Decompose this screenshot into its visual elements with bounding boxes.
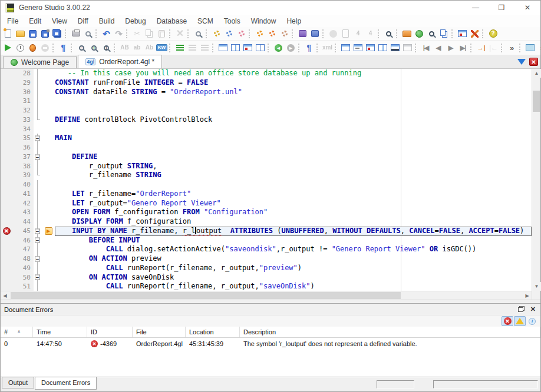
toolbar-overflow2-button[interactable]: » [536,42,541,54]
form-console-button[interactable] [389,42,401,54]
editor-hscrollbar[interactable]: ◀ ▶ [1,291,532,300]
fold-margin[interactable]: − [34,134,42,143]
code-text-28[interactable]: -- In this case you will need an office … [55,69,532,78]
new-file-button[interactable] [2,28,14,40]
layout-single-button[interactable] [217,42,229,54]
scroll-up-icon[interactable]: ▲ [532,69,541,78]
record-first-button[interactable]: |◀ [420,42,432,54]
cut-button[interactable]: ✂ [131,28,143,40]
find-dialog-button[interactable] [192,28,204,40]
search-button[interactable] [425,28,438,40]
fold-margin[interactable]: − [34,273,42,283]
zoom-reset-button[interactable]: 1 [100,42,113,54]
print-button[interactable] [70,28,82,40]
prev-change-button[interactable]: |← [487,42,500,54]
code-line-44[interactable]: 44 DISPLAY FORM f_configuration [1,217,532,227]
nav-back-button[interactable]: ◀ [272,42,285,54]
profiler-button[interactable] [14,42,27,54]
filter-warnings-button[interactable] [514,316,526,326]
scroll-left-icon[interactable]: ◀ [1,291,9,300]
editor-vscrollbar[interactable]: ▲ ▼ [532,69,540,300]
hscroll-thumb[interactable] [11,292,401,299]
fold-margin[interactable]: − [34,227,42,236]
code-line-32[interactable]: 32 [1,106,532,115]
new-project-button[interactable] [296,28,309,40]
code-text-29[interactable]: CONSTANT runFromFile INTEGER = FALSE [55,78,532,88]
menu-build[interactable]: Build [94,16,120,26]
code-text-31[interactable] [55,97,532,106]
zoom-out-button[interactable]: − [75,42,88,54]
code-line-31[interactable]: 31 [1,97,532,106]
col-header-id[interactable]: ID [87,327,133,337]
stop-build-button[interactable] [235,28,248,40]
code-line-50[interactable]: 50− ON ACTION saveOnDisk [1,273,532,283]
code-line-33[interactable]: 33DEFINE controlBlock PivotControlBlock [1,115,532,125]
code-line-48[interactable]: 48− ON ACTION preview [1,254,532,264]
form-record-button[interactable] [364,42,377,54]
menu-scm[interactable]: SCM [192,16,219,26]
code-line-28[interactable]: 28 -- In this case you will need an offi… [1,69,532,78]
code-text-44[interactable]: DISPLAY FORM f_configuration [55,217,532,227]
lowercase-button[interactable]: ab [131,42,143,54]
debug-button[interactable] [27,42,39,54]
print-preview-button[interactable] [82,28,94,40]
code-text-43[interactable]: OPEN FORM f_configuration FROM "Configur… [55,208,532,217]
paste-button[interactable] [156,28,168,40]
tab-output[interactable]: Output [2,377,34,388]
tab-welcome-page[interactable]: Welcome Page [3,56,77,68]
menu-view[interactable]: View [47,16,72,26]
fold-margin[interactable]: − [34,236,42,245]
code-text-41[interactable]: LET r_filename="OrderReport" [55,190,532,199]
close-document-button[interactable]: ✕ [529,58,538,66]
rebuild-button[interactable] [266,28,278,40]
editor-lines[interactable]: 28 -- In this case you will need an offi… [1,69,532,291]
form-columns-button[interactable] [377,42,389,54]
db-schema-button[interactable] [438,28,450,40]
col-header-description[interactable]: Description [240,327,540,337]
code-text-49[interactable]: CALL runReport(r_filename, r_output,"pre… [55,264,532,273]
code-line-30[interactable]: 30CONSTANT dataFile STRING = "OrderRepor… [1,88,532,97]
capitalize-button[interactable]: Ab [143,42,156,54]
code-text-46[interactable]: BEFORE INPUT [55,236,532,245]
save-button[interactable] [27,28,39,40]
col-header-file[interactable]: File [133,327,186,337]
form-table-button[interactable] [401,42,414,54]
project-browser-button[interactable] [401,28,413,40]
menu-diff[interactable]: Diff [72,16,94,26]
code-text-51[interactable]: CALL runReport(r_filename, r_output,"sav… [55,282,532,291]
menu-edit[interactable]: Edit [24,16,47,26]
code-line-40[interactable]: 40 [1,180,532,190]
layout-grid-button[interactable] [254,42,266,54]
code-text-32[interactable] [55,106,532,115]
menu-debug[interactable]: Debug [120,16,151,26]
code-line-45[interactable]: ✕45−▶ INPUT BY NAME r_filename, r_loutpu… [1,227,532,236]
generate-4gl-button[interactable]: 4 [352,28,364,40]
code-line-41[interactable]: 41 LET r_filename="OrderReport" [1,190,532,199]
next-change-button[interactable]: →| [475,42,487,54]
col-header-num[interactable]: #∧ [1,327,33,337]
run-button[interactable] [2,42,14,54]
code-text-38[interactable]: r_output STRING, [55,162,532,171]
indent-button[interactable] [174,42,186,54]
scroll-down-icon[interactable]: ▼ [532,282,541,291]
menu-help[interactable]: Help [281,16,306,26]
xml-export-button[interactable]: xml [321,42,334,54]
code-text-37[interactable]: DEFINE [55,152,532,162]
form-blank-button[interactable] [339,42,352,54]
code-line-36[interactable]: 36 [1,143,532,152]
save-as-button[interactable] [39,28,51,40]
outdent-button[interactable] [186,42,199,54]
show-whitespace-button[interactable]: ¶ [57,42,70,54]
code-line-37[interactable]: 37− DEFINE [1,152,532,162]
copy-button[interactable] [143,28,156,40]
tab-orderreport-4gl[interactable]: 4gl OrderReport.4gl * [78,55,162,68]
report-wizard-button[interactable] [456,28,469,40]
fold-margin[interactable]: − [34,254,42,264]
code-line-43[interactable]: 43 OPEN FORM f_configuration FROM "Confi… [1,208,532,217]
menu-file[interactable]: File [2,16,24,26]
tab-list-dropdown-icon[interactable] [517,59,526,65]
find-in-files-button[interactable] [382,28,395,40]
code-line-51[interactable]: 51 CALL runReport(r_filename, r_output,"… [1,282,532,291]
welcome-page-button[interactable] [413,28,425,40]
record-next-button[interactable]: ▶ [444,42,457,54]
